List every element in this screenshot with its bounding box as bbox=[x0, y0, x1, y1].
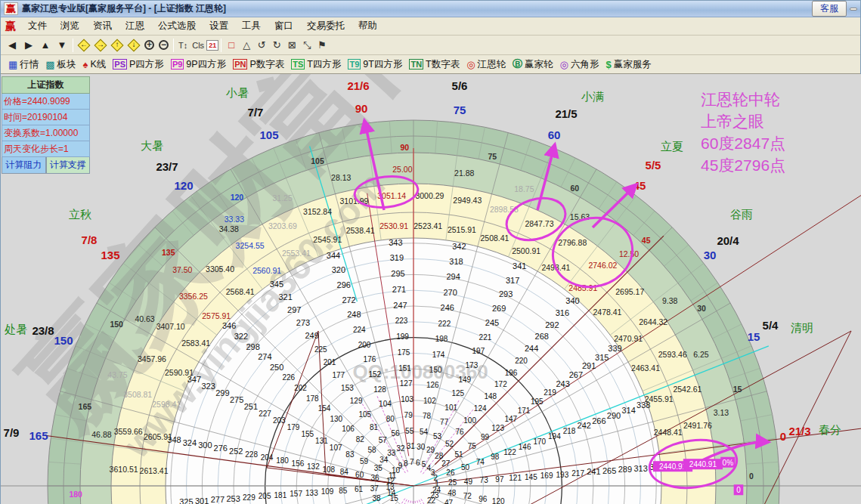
wheel-number: 252 bbox=[229, 447, 243, 456]
view-button-6[interactable]: TST四方形 bbox=[288, 58, 344, 71]
partial-button[interactable] bbox=[850, 8, 857, 11]
panel-row-3: 周天变化步长=1 bbox=[2, 141, 90, 157]
zoom-out-icon[interactable]: − bbox=[159, 40, 169, 50]
wheel-number: 55 bbox=[405, 427, 414, 435]
view-button-5[interactable]: PNP数字表 bbox=[230, 58, 287, 71]
赢家服务-icon: $ bbox=[605, 59, 611, 70]
calc-support-button[interactable]: 计算支撑 bbox=[46, 157, 91, 174]
zoom-in-icon[interactable]: + bbox=[144, 40, 154, 50]
wheel-number: 245 bbox=[485, 318, 499, 327]
outer-label: 165 bbox=[29, 429, 48, 442]
wheel-number: 24 bbox=[432, 486, 441, 494]
menu-item-1[interactable]: 浏览 bbox=[54, 18, 85, 34]
diamond-down-icon[interactable]: ↓ bbox=[127, 39, 141, 52]
wheel-number: 83 bbox=[345, 450, 355, 459]
diamond-right-icon[interactable]: → bbox=[94, 39, 107, 52]
pin-tool[interactable]: ⚑ bbox=[314, 39, 330, 51]
wheel-number: 107 bbox=[330, 444, 342, 452]
menu-item-0[interactable]: 文件 bbox=[22, 18, 53, 34]
nav-icon-0[interactable]: ◀ bbox=[4, 38, 20, 53]
calc-resistance-button[interactable]: 计算阻力 bbox=[2, 157, 46, 174]
wheel-number: 169 bbox=[540, 472, 553, 480]
outer-label: 150 bbox=[54, 334, 73, 347]
percent-extra-label: 33.33 bbox=[225, 215, 244, 224]
panel-rows: 价格=2440.9099时间=20190104变换系数=1.00000周天变化步… bbox=[2, 94, 90, 157]
view-button-10[interactable]: Ⓑ赢家轮 bbox=[509, 57, 556, 71]
wheel-number: 217 bbox=[571, 469, 584, 478]
view-button-7[interactable]: T99T四方形 bbox=[345, 58, 405, 71]
view-button-11[interactable]: ◎六角形 bbox=[557, 58, 602, 71]
wheel-number: 298 bbox=[246, 342, 259, 351]
wheel-number: 102 bbox=[423, 397, 436, 405]
view-button-4[interactable]: P99P四方形 bbox=[168, 58, 229, 71]
view-button-1[interactable]: ▩板块 bbox=[42, 58, 79, 71]
rotate-ccw-tool[interactable]: ↺ bbox=[254, 39, 269, 51]
wheel-number: 290 bbox=[607, 411, 621, 420]
wheel-number: 80 bbox=[386, 415, 395, 423]
wheel-number: 127 bbox=[400, 379, 413, 388]
江恩轮-icon: ◎ bbox=[466, 59, 475, 70]
outer-label: 7/9 bbox=[4, 426, 20, 439]
diamond-up-icon[interactable]: ↑ bbox=[110, 39, 124, 52]
outer-label: 75 bbox=[454, 104, 466, 116]
menu-item-5[interactable]: 设置 bbox=[203, 18, 234, 34]
gann-wheel-svg[interactable]: 赢家财富网www.yingjia360.comQQ:10080036012345… bbox=[1, 74, 861, 504]
diamond-left-icon[interactable]: ← bbox=[77, 39, 91, 52]
view-button-12[interactable]: $赢家服务 bbox=[602, 58, 654, 71]
nav-icon-3[interactable]: ▼ bbox=[54, 38, 70, 53]
view-button-3[interactable]: PSP四方形 bbox=[110, 58, 167, 71]
view-button-9[interactable]: ◎江恩轮 bbox=[463, 58, 509, 71]
wheel-number: 289 bbox=[618, 465, 632, 474]
menu-item-6[interactable]: 工具 bbox=[236, 18, 267, 34]
outer-label: 春分 bbox=[819, 423, 841, 436]
triangle-tool[interactable]: △ bbox=[239, 39, 254, 51]
wheel-number: 156 bbox=[292, 459, 305, 468]
cls-button[interactable]: Cls bbox=[190, 41, 206, 50]
t-updown-icon[interactable]: T↕ bbox=[176, 41, 190, 50]
diamond-arrow: ← bbox=[77, 40, 91, 48]
outer-label: 立夏 bbox=[661, 140, 683, 153]
wheel-number: 228 bbox=[245, 450, 258, 459]
view-label: 9P四方形 bbox=[186, 58, 226, 71]
price-inner-label: 2545.91 bbox=[313, 235, 342, 244]
nav-icon-2[interactable]: ▲ bbox=[37, 38, 54, 53]
menu-item-9[interactable]: 帮助 bbox=[352, 18, 383, 34]
view-button-8[interactable]: TNT数字表 bbox=[406, 58, 463, 71]
percent-label: 28.13 bbox=[331, 173, 351, 182]
wheel-number: 294 bbox=[446, 272, 460, 281]
view-button-0[interactable]: ▦行情 bbox=[5, 58, 42, 71]
highlight-box-value: 2440.91 bbox=[689, 460, 717, 468]
price-outer-label: 3152.84 bbox=[303, 207, 332, 216]
wheel-number: 15 bbox=[390, 494, 399, 502]
expand-tool[interactable]: ⤡ bbox=[299, 39, 314, 51]
customer-service-button[interactable]: 客服 bbox=[812, 1, 847, 17]
menu-item-4[interactable]: 公式选股 bbox=[152, 18, 202, 34]
menu-item-7[interactable]: 窗口 bbox=[268, 18, 299, 34]
degree-label: 60 bbox=[570, 184, 579, 193]
view-button-2[interactable]: ♠K线 bbox=[80, 58, 110, 71]
wheel-number: 170 bbox=[533, 438, 546, 446]
wheel-number: 150 bbox=[429, 366, 442, 374]
wheel-number: 153 bbox=[341, 384, 354, 392]
xbox-tool[interactable]: ⊠ bbox=[284, 39, 299, 51]
P四方形-icon: PS bbox=[113, 59, 127, 70]
annotation-line: 江恩轮中轮 bbox=[701, 91, 780, 108]
view-label: 赢家轮 bbox=[525, 58, 553, 71]
rotate-cw-tool[interactable]: ↻ bbox=[269, 39, 284, 51]
price-outer-label: 3610.51 bbox=[110, 465, 138, 474]
wheel-number: 108 bbox=[322, 465, 335, 474]
wheel-number: 79 bbox=[404, 411, 413, 419]
menu-item-8[interactable]: 交易委托 bbox=[301, 18, 351, 34]
panel-buttons: 计算阻力 计算支撑 bbox=[2, 157, 90, 174]
view-label: P数字表 bbox=[249, 58, 284, 71]
rect-tool[interactable]: □ bbox=[224, 39, 239, 51]
menu-item-3[interactable]: 江恩 bbox=[119, 18, 150, 34]
P数字表-icon: PN bbox=[233, 59, 247, 70]
menu-item-2[interactable]: 资讯 bbox=[87, 18, 118, 34]
wheel-number: 59 bbox=[360, 457, 369, 465]
price-outer-label: 3203.69 bbox=[268, 221, 297, 230]
wheel-number: 52 bbox=[445, 440, 454, 448]
nav-icon-1[interactable]: ▶ bbox=[20, 38, 37, 53]
calendar-icon[interactable]: 21 bbox=[206, 40, 218, 51]
wheel-number: 85 bbox=[339, 487, 348, 495]
